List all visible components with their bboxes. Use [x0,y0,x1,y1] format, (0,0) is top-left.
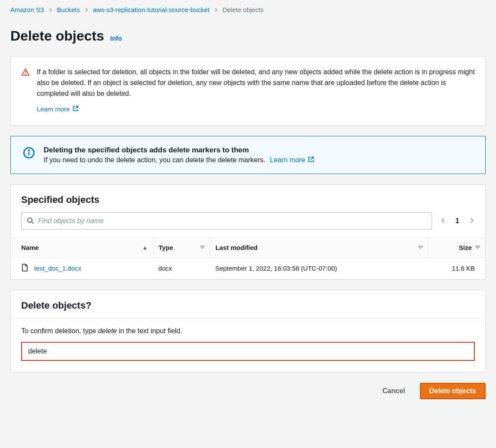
learn-more-label: Learn more [37,104,70,114]
confirm-instr-keyword: delete [98,327,117,334]
confirm-instr-suffix: in the text input field. [117,327,182,334]
confirm-title: Delete objects? [21,300,475,311]
page-title-row: Delete objects Info [10,28,486,44]
prev-page-button[interactable] [440,218,446,225]
svg-line-6 [32,222,33,224]
object-modified: September 1, 2022, 16:03:58 (UTC-07:00) [210,258,428,279]
external-link-icon [308,156,314,164]
confirm-input[interactable] [21,342,475,361]
sort-asc-icon: ▲ [142,244,148,251]
pager: 1 [440,217,475,225]
learn-more-link[interactable]: Learn more [270,156,314,164]
learn-more-link[interactable]: Learn more [37,104,79,114]
chevron-right-icon [48,6,53,13]
file-icon [21,264,28,273]
object-name-link[interactable]: test_doc_1.docx [34,265,81,272]
breadcrumb-item-buckets[interactable]: Buckets [57,6,80,13]
cancel-button[interactable]: Cancel [380,383,407,399]
chevron-right-icon [84,6,89,13]
page-title: Delete objects [10,28,104,44]
col-type[interactable]: Type [153,238,210,258]
learn-more-label: Learn more [270,156,305,164]
specified-objects-panel: Specified objects 1 Na [10,184,486,280]
table-row: test_doc_1.docx docx September 1, 2022, … [11,258,485,279]
warning-panel: If a folder is selected for deletion, al… [10,56,486,126]
info-icon [23,147,35,160]
col-modified[interactable]: Last modified [210,238,428,258]
breadcrumb: Amazon S3 Buckets aws-s3-replication-tut… [10,0,486,19]
table-header-row: Name ▲ Type Last modified [11,238,485,258]
chevron-right-icon [214,6,218,13]
svg-point-4 [29,150,29,151]
col-size-label: Size [459,244,472,251]
col-modified-label: Last modified [216,244,258,251]
col-size[interactable]: Size [428,238,485,258]
search-box[interactable] [21,212,432,230]
info-alert: Deleting the specified objects adds dele… [10,136,486,174]
breadcrumb-item-s3[interactable]: Amazon S3 [10,6,44,13]
confirm-panel: Delete objects? To confirm deletion, typ… [10,290,486,372]
info-alert-desc-text: If you need to undo the delete action, y… [44,156,265,164]
breadcrumb-item-bucket-name[interactable]: aws-s3-replication-tutorial-source-bucke… [93,6,210,13]
filter-icon [200,244,205,251]
info-alert-title: Deleting the specified objects adds dele… [44,146,314,155]
external-link-icon [73,104,79,114]
col-name[interactable]: Name ▲ [11,238,153,258]
objects-table: Name ▲ Type Last modified [11,237,485,279]
breadcrumb-item-current: Delete objects [223,6,264,13]
warning-text: If a folder is selected for deletion, al… [37,67,475,99]
next-page-button[interactable] [469,218,475,225]
delete-objects-button[interactable]: Delete objects [420,383,486,399]
page-number: 1 [455,217,459,225]
object-size: 11.6 KB [428,258,485,279]
search-icon [27,217,34,225]
confirm-instruction: To confirm deletion, type delete in the … [21,327,475,335]
col-type-label: Type [159,244,173,251]
search-input[interactable] [38,217,426,225]
warning-icon [21,68,30,80]
object-type: docx [153,258,210,279]
actions-row: Cancel Delete objects [10,383,486,399]
specified-objects-title: Specified objects [21,194,475,205]
info-link[interactable]: Info [110,35,122,42]
svg-point-1 [25,74,26,74]
svg-point-5 [28,218,32,222]
col-name-label: Name [21,244,39,251]
filter-icon [475,244,480,251]
filter-icon [418,244,423,251]
info-alert-desc: If you need to undo the delete action, y… [44,156,314,164]
confirm-instr-prefix: To confirm deletion, type [21,327,98,334]
